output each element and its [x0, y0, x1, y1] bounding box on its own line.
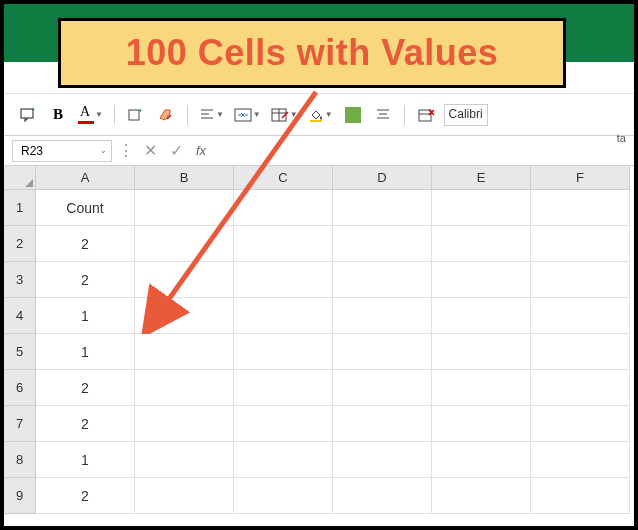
formula-input[interactable]	[216, 140, 626, 162]
cell[interactable]: 1	[36, 442, 135, 478]
cell[interactable]: 2	[36, 262, 135, 298]
cell[interactable]: 2	[36, 478, 135, 514]
cell[interactable]	[531, 226, 630, 262]
cell[interactable]	[432, 478, 531, 514]
font-color-button[interactable]: A ▼	[76, 102, 105, 128]
row-header[interactable]: 2	[4, 226, 36, 262]
cell[interactable]	[333, 370, 432, 406]
cell[interactable]	[234, 298, 333, 334]
cell[interactable]	[531, 298, 630, 334]
cell[interactable]	[333, 334, 432, 370]
cell[interactable]	[135, 298, 234, 334]
grid-row: 32	[4, 262, 634, 298]
cell[interactable]	[333, 190, 432, 226]
cell[interactable]	[135, 226, 234, 262]
cell[interactable]	[333, 406, 432, 442]
cell[interactable]	[234, 262, 333, 298]
cell[interactable]	[531, 370, 630, 406]
cell[interactable]	[333, 442, 432, 478]
col-header[interactable]: F	[531, 166, 630, 190]
cell[interactable]	[531, 442, 630, 478]
col-header[interactable]: B	[135, 166, 234, 190]
cell[interactable]	[432, 442, 531, 478]
cell[interactable]	[234, 370, 333, 406]
theme-color-icon[interactable]	[341, 102, 365, 128]
fill-color-button[interactable]: ▼	[306, 102, 335, 128]
cell[interactable]	[531, 262, 630, 298]
cell[interactable]	[531, 334, 630, 370]
cell[interactable]	[234, 226, 333, 262]
cell[interactable]: 1	[36, 298, 135, 334]
cell[interactable]: 2	[36, 226, 135, 262]
grid-row: 41	[4, 298, 634, 334]
cell[interactable]	[531, 478, 630, 514]
cell[interactable]	[531, 406, 630, 442]
row-header[interactable]: 6	[4, 370, 36, 406]
cell[interactable]	[432, 370, 531, 406]
cell[interactable]	[432, 406, 531, 442]
col-header[interactable]: D	[333, 166, 432, 190]
cell[interactable]	[234, 442, 333, 478]
insert-cells-icon[interactable]: +	[124, 102, 148, 128]
cell[interactable]	[432, 190, 531, 226]
cell[interactable]: Count	[36, 190, 135, 226]
font-name-select[interactable]: Calibri	[444, 104, 488, 126]
cell[interactable]	[333, 262, 432, 298]
merge-button[interactable]: ▼	[232, 102, 263, 128]
cell[interactable]	[531, 190, 630, 226]
row-header[interactable]: 4	[4, 298, 36, 334]
row-header[interactable]: 7	[4, 406, 36, 442]
cell[interactable]	[432, 262, 531, 298]
center-align-icon[interactable]	[371, 102, 395, 128]
commit-icon[interactable]: ✓	[166, 141, 186, 161]
cell[interactable]	[135, 442, 234, 478]
cell[interactable]	[234, 334, 333, 370]
spreadsheet-grid[interactable]: A B C D E F 1Count2232415162728192	[4, 166, 634, 514]
cell[interactable]	[234, 478, 333, 514]
comment-icon[interactable]: +	[16, 102, 40, 128]
delete-button[interactable]	[414, 102, 438, 128]
row-header[interactable]: 9	[4, 478, 36, 514]
cell[interactable]	[333, 478, 432, 514]
bold-button[interactable]: B	[46, 102, 70, 128]
cell[interactable]: 1	[36, 334, 135, 370]
cell[interactable]	[333, 298, 432, 334]
chevron-down-icon[interactable]: ⌄	[100, 146, 107, 155]
grid-row: 92	[4, 478, 634, 514]
cancel-icon[interactable]: ✕	[140, 141, 160, 161]
formula-bar-row: R23 ⌄ ⋮ ✕ ✓ fx	[4, 136, 634, 166]
grid-row: 72	[4, 406, 634, 442]
name-box[interactable]: R23 ⌄	[12, 140, 112, 162]
col-header[interactable]: A	[36, 166, 135, 190]
clear-format-icon[interactable]	[154, 102, 178, 128]
cell[interactable]	[333, 226, 432, 262]
row-header[interactable]: 1	[4, 190, 36, 226]
cell[interactable]	[432, 334, 531, 370]
grid-row: 62	[4, 370, 634, 406]
cell[interactable]	[432, 298, 531, 334]
ribbon-partial-text: ta	[617, 132, 626, 144]
cell[interactable]: 2	[36, 370, 135, 406]
cell[interactable]: 2	[36, 406, 135, 442]
svg-rect-11	[310, 120, 322, 122]
select-all-corner[interactable]	[4, 166, 36, 190]
cell[interactable]	[135, 262, 234, 298]
conditional-format-button[interactable]: ▼	[269, 102, 300, 128]
cell[interactable]	[234, 190, 333, 226]
fx-label[interactable]: fx	[196, 143, 206, 158]
row-header[interactable]: 5	[4, 334, 36, 370]
cell[interactable]	[135, 406, 234, 442]
cell[interactable]	[135, 190, 234, 226]
grid-row: 1Count	[4, 190, 634, 226]
row-header[interactable]: 8	[4, 442, 36, 478]
cell[interactable]	[432, 226, 531, 262]
col-header[interactable]: E	[432, 166, 531, 190]
cell[interactable]	[135, 370, 234, 406]
svg-rect-15	[419, 110, 431, 121]
align-button[interactable]: ▼	[197, 102, 226, 128]
cell[interactable]	[234, 406, 333, 442]
col-header[interactable]: C	[234, 166, 333, 190]
cell[interactable]	[135, 334, 234, 370]
row-header[interactable]: 3	[4, 262, 36, 298]
cell[interactable]	[135, 478, 234, 514]
